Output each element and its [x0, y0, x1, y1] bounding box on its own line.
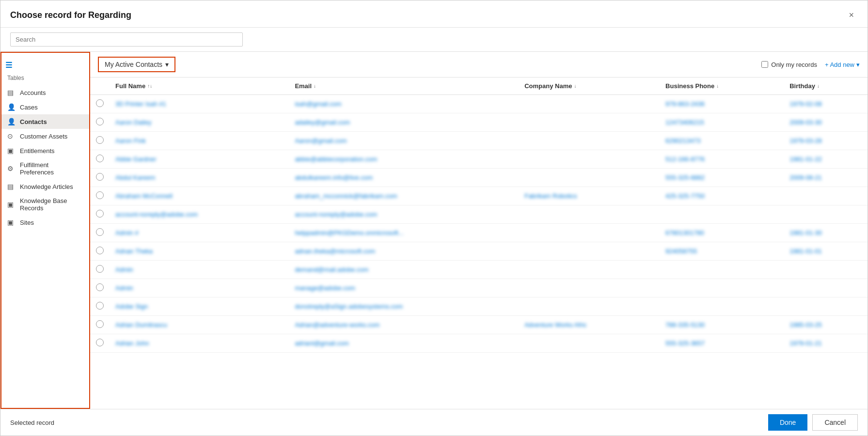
- radio-cell-3[interactable]: [90, 150, 110, 169]
- email-cell-12[interactable]: Adrian@adventure-works.com: [289, 316, 519, 334]
- radio-cell-5[interactable]: [90, 187, 110, 205]
- email-cell-8[interactable]: adnan.theka@microsoft.com: [289, 242, 519, 261]
- full-name-cell-1[interactable]: Aaron Dailey: [110, 113, 289, 132]
- radio-button-4[interactable]: [96, 173, 104, 181]
- sidebar-item-knowledge-articles[interactable]: ▤ Knowledge Articles: [1, 179, 89, 194]
- view-selector-button[interactable]: My Active Contacts ▾: [98, 57, 175, 72]
- add-new-button[interactable]: + Add new ▾: [825, 61, 860, 68]
- radio-button-7[interactable]: [96, 228, 104, 236]
- radio-cell-11[interactable]: [90, 297, 110, 316]
- email-cell-10[interactable]: manage@adobe.com: [289, 279, 519, 297]
- full-name-cell-9[interactable]: Admin: [110, 261, 289, 279]
- only-my-records-label[interactable]: Only my records: [761, 61, 817, 68]
- table-row[interactable]: Abraham McConnell abraham_mcconnick@fabr…: [90, 187, 868, 205]
- radio-cell-12[interactable]: [90, 316, 110, 334]
- email-cell-9[interactable]: demand@mail.adobe.com: [289, 261, 519, 279]
- sort-phone-icon[interactable]: ↓: [716, 83, 719, 89]
- table-row[interactable]: account-noreply@adobe.com account-norepl…: [90, 205, 868, 224]
- full-name-cell-11[interactable]: Adobe Sign: [110, 297, 289, 316]
- email-cell-13[interactable]: adrianl@gmail.com: [289, 334, 519, 353]
- sort-birthday-icon[interactable]: ↓: [817, 83, 820, 89]
- col-company-name[interactable]: Company Name ↓: [519, 78, 660, 95]
- full-name-cell-10[interactable]: Admin: [110, 279, 289, 297]
- full-name-cell-13[interactable]: Adrian John: [110, 334, 289, 353]
- email-cell-1[interactable]: adailey@gmail.com: [289, 113, 519, 132]
- table-row[interactable]: Adnan Theka adnan.theka@microsoft.com 92…: [90, 242, 868, 261]
- sort-email-icon[interactable]: ↓: [314, 83, 316, 89]
- table-row[interactable]: Admin # helppadmin@PKGDemo.onmicrosoft..…: [90, 224, 868, 242]
- radio-button-1[interactable]: [96, 118, 104, 125]
- email-cell-0[interactable]: isah@gmail.com: [289, 95, 519, 113]
- radio-button-6[interactable]: [96, 210, 104, 218]
- email-cell-5[interactable]: abraham_mcconnick@fabrikam.com: [289, 187, 519, 205]
- sidebar-item-customer-assets[interactable]: ⊙ Customer Assets: [1, 129, 89, 143]
- radio-button-12[interactable]: [96, 320, 104, 328]
- radio-cell-13[interactable]: [90, 334, 110, 353]
- sidebar-item-entitlements[interactable]: ▣ Entitlements: [1, 143, 89, 158]
- sidebar-item-knowledge-base-records[interactable]: ▣ Knowledge Base Records: [1, 194, 89, 215]
- company-cell-2: [519, 132, 660, 150]
- col-full-name[interactable]: Full Name ↑↓: [110, 78, 289, 95]
- sidebar-item-contacts[interactable]: 👤 Contacts: [1, 114, 89, 129]
- table-row[interactable]: Adrian John adrianl@gmail.com 555-325-36…: [90, 334, 868, 353]
- table-row[interactable]: 3D Printer Isah #1 isah@gmail.com 979-86…: [90, 95, 868, 113]
- table-row[interactable]: Aaron Dailey adailey@gmail.com 124734062…: [90, 113, 868, 132]
- sidebar-item-cases[interactable]: 👤 Cases: [1, 100, 89, 114]
- table-row[interactable]: Adrian Dumitrascu Adrian@adventure-works…: [90, 316, 868, 334]
- hamburger-icon[interactable]: ☰: [5, 59, 16, 71]
- email-cell-4[interactable]: abdulkareem.info@live.com: [289, 169, 519, 187]
- radio-cell-6[interactable]: [90, 205, 110, 224]
- sidebar-item-accounts[interactable]: ▤ Accounts: [1, 85, 89, 100]
- sidebar-item-fulfillment-preferences[interactable]: ⚙ Fulfillment Preferences: [1, 158, 89, 179]
- radio-button-11[interactable]: [96, 302, 104, 310]
- col-birthday[interactable]: Birthday ↓: [784, 78, 868, 95]
- email-cell-6[interactable]: account-noreply@adobe.com: [289, 205, 519, 224]
- radio-button-9[interactable]: [96, 265, 104, 273]
- full-name-cell-0[interactable]: 3D Printer Isah #1: [110, 95, 289, 113]
- search-input[interactable]: [10, 32, 243, 47]
- full-name-cell-8[interactable]: Adnan Theka: [110, 242, 289, 261]
- radio-cell-0[interactable]: [90, 95, 110, 113]
- radio-cell-9[interactable]: [90, 261, 110, 279]
- table-row[interactable]: Abdul Kareem abdulkareem.info@live.com 5…: [90, 169, 868, 187]
- email-cell-11[interactable]: donotreply@aSign.adobesystems.com: [289, 297, 519, 316]
- radio-button-13[interactable]: [96, 339, 104, 346]
- radio-cell-7[interactable]: [90, 224, 110, 242]
- radio-cell-8[interactable]: [90, 242, 110, 261]
- close-button[interactable]: ×: [845, 8, 858, 22]
- radio-cell-4[interactable]: [90, 169, 110, 187]
- col-business-phone[interactable]: Business Phone ↓: [660, 78, 784, 95]
- radio-cell-1[interactable]: [90, 113, 110, 132]
- sort-full-name-icon[interactable]: ↑↓: [147, 83, 152, 89]
- email-cell-3[interactable]: abbie@abbiecorporation.com: [289, 150, 519, 169]
- radio-button-3[interactable]: [96, 155, 104, 162]
- sidebar-item-sites[interactable]: ▣ Sites: [1, 215, 89, 230]
- radio-cell-10[interactable]: [90, 279, 110, 297]
- email-cell-7[interactable]: helppadmin@PKGDemo.onmicrosoft...: [289, 224, 519, 242]
- table-row[interactable]: Abbie Gardner abbie@abbiecorporation.com…: [90, 150, 868, 169]
- full-name-cell-7[interactable]: Admin #: [110, 224, 289, 242]
- radio-button-5[interactable]: [96, 191, 104, 199]
- radio-button-10[interactable]: [96, 283, 104, 291]
- radio-button-8[interactable]: [96, 247, 104, 254]
- full-name-cell-12[interactable]: Adrian Dumitrascu: [110, 316, 289, 334]
- col-email[interactable]: Email ↓: [289, 78, 519, 95]
- email-cell-2[interactable]: Aaron@gmail.com: [289, 132, 519, 150]
- full-name-cell-3[interactable]: Abbie Gardner: [110, 150, 289, 169]
- full-name-cell-2[interactable]: Aaron Fink: [110, 132, 289, 150]
- radio-cell-2[interactable]: [90, 132, 110, 150]
- table-row[interactable]: Aaron Fink Aaron@gmail.com 6290213473 19…: [90, 132, 868, 150]
- done-button[interactable]: Done: [768, 414, 807, 431]
- full-name-cell-6[interactable]: account-noreply@adobe.com: [110, 205, 289, 224]
- birthday-cell-0: 1979-02-08: [784, 95, 868, 113]
- table-row[interactable]: Adobe Sign donotreply@aSign.adobesystems…: [90, 297, 868, 316]
- cancel-button[interactable]: Cancel: [812, 414, 858, 431]
- full-name-cell-5[interactable]: Abraham McConnell: [110, 187, 289, 205]
- table-row[interactable]: Admin demand@mail.adobe.com: [90, 261, 868, 279]
- table-row[interactable]: Admin manage@adobe.com: [90, 279, 868, 297]
- sort-company-icon[interactable]: ↓: [574, 83, 576, 89]
- radio-button-0[interactable]: [96, 99, 104, 107]
- full-name-cell-4[interactable]: Abdul Kareem: [110, 169, 289, 187]
- only-my-records-checkbox[interactable]: [761, 61, 768, 68]
- radio-button-2[interactable]: [96, 136, 104, 144]
